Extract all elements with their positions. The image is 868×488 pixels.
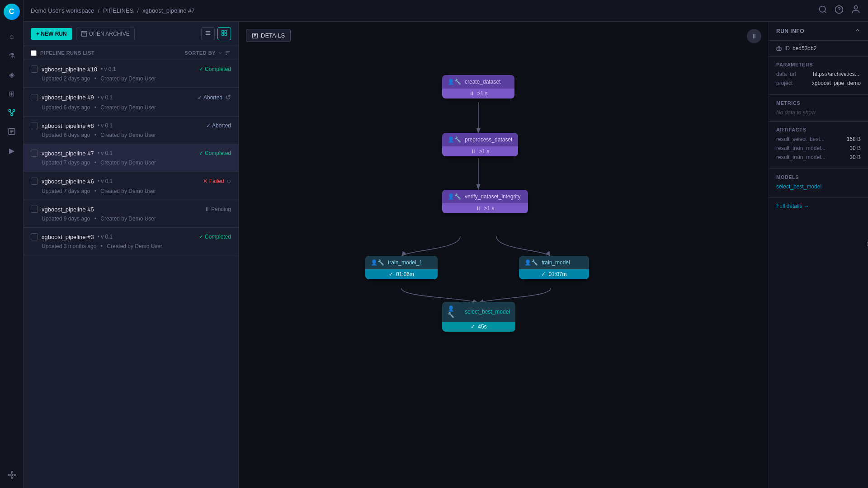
run-meta: Updated 9 days ago • Created by Demo Use… (31, 216, 231, 222)
run-item[interactable]: xgboost_pipeline #9 • v 0.1 ✓ Aborted ↺ … (24, 88, 238, 117)
parameters-section: PARAMETERS data_url https://archive.ics.… (769, 56, 868, 95)
run-version: • v 0.1 (98, 150, 113, 156)
sidebar-item-pipelines[interactable] (4, 104, 20, 121)
run-info-header: RUN INFO (769, 22, 868, 41)
run-meta: Updated 6 days ago • Created by Demo Use… (31, 132, 231, 138)
help-icon[interactable] (835, 5, 844, 16)
sidebar-item-deploy[interactable]: ▶ (4, 142, 20, 159)
run-status: ⏸ Pending (204, 206, 231, 212)
node-bar: ⏸ >1 s (442, 89, 514, 99)
sidebar-item-models[interactable]: ◈ (4, 66, 20, 83)
user-avatar[interactable] (851, 5, 861, 17)
run-item-selected[interactable]: xgboost_pipeline #7 • v 0.1 ✓ Completed … (24, 144, 238, 172)
artifact-row: result_train_model... 30 B (776, 154, 861, 160)
run-item[interactable]: xgboost_pipeline #8 • v 0.1 ✓ Aborted Up… (24, 117, 238, 144)
run-checkbox[interactable] (31, 206, 38, 213)
sidebar-item-experiments[interactable]: ⚗ (4, 47, 20, 64)
run-name: xgboost_pipeline #5 (42, 206, 94, 213)
svg-rect-23 (81, 31, 87, 33)
run-status: ✓ Aborted (198, 94, 222, 101)
pause-button[interactable]: ⏸ (747, 29, 761, 43)
list-view-button[interactable] (201, 27, 215, 40)
node-header: 👤🔧 select_best_model (442, 302, 515, 322)
breadcrumb: Demo User's workspace / PIPELINES / xgbo… (31, 7, 195, 14)
svg-point-18 (820, 6, 826, 12)
tab-details[interactable]: DETAILS (246, 29, 291, 42)
node-header: 👤🔧 train_model_1 (365, 256, 438, 269)
sidebar-nav: C ⌂ ⚗ ◈ ⊞ ▶ (0, 0, 24, 488)
artifact-key: result_train_model... (776, 145, 826, 151)
node-bar: ✓ 01:06m (365, 269, 438, 279)
run-action-icon[interactable]: ↺ (225, 93, 231, 102)
node-preprocess-dataset[interactable]: 👤🔧 preprocess_dataset ⏸ >1 s (442, 133, 518, 156)
new-run-button[interactable]: + NEW RUN (31, 28, 72, 40)
node-train-model-1[interactable]: 👤🔧 train_model_1 ✓ 01:06m (365, 256, 438, 279)
node-verify-dataset[interactable]: 👤🔧 verify_dataset_integrity ⏸ >1 s (442, 190, 528, 213)
svg-point-10 (8, 474, 9, 476)
svg-point-13 (11, 477, 12, 479)
node-label: verify_dataset_integrity (465, 193, 520, 200)
breadcrumb-pipelines[interactable]: PIPELINES (103, 7, 133, 14)
model-item[interactable]: select_best_model (776, 183, 861, 190)
node-duration: 01:06m (396, 271, 414, 277)
run-action-icon[interactable]: ○ (226, 177, 231, 185)
collapse-icon[interactable] (854, 27, 861, 35)
node-header: 👤🔧 verify_dataset_integrity (442, 190, 528, 203)
svg-point-1 (13, 109, 15, 112)
node-create-dataset[interactable]: 👤🔧 create_dataset ⏸ >1 s (442, 75, 514, 99)
run-item[interactable]: xgboost_pipeline #6 • v 0.1 ✕ Failed ○ U… (24, 172, 238, 200)
run-status: ✕ Failed (203, 178, 224, 184)
param-key: project (776, 80, 793, 86)
run-checkbox[interactable] (31, 233, 38, 240)
graph-toolbar: DETAILS (246, 29, 291, 42)
search-icon[interactable] (818, 5, 827, 16)
param-value: https://archive.ics.... (813, 71, 861, 77)
artifact-value: 30 B (849, 145, 861, 151)
artifact-value: 30 B (849, 154, 861, 160)
full-details-link[interactable]: Full details → (769, 197, 868, 215)
run-id-row: ID bed53db2 (769, 41, 868, 56)
breadcrumb-sep1: / (98, 7, 99, 14)
run-checkbox[interactable] (31, 178, 38, 185)
node-label: train_model (542, 259, 570, 266)
run-checkbox[interactable] (31, 94, 38, 101)
svg-point-9 (10, 474, 13, 476)
sort-by[interactable]: SORTED BY (184, 50, 231, 56)
sidebar-item-reports[interactable] (4, 123, 20, 140)
run-checkbox[interactable] (31, 122, 38, 129)
run-checkbox[interactable] (31, 66, 38, 73)
node-label: select_best_model (465, 309, 510, 315)
run-meta: Updated 2 days ago • Created by Demo Use… (31, 75, 231, 82)
run-name: xgboost_pipeline #10 (42, 66, 97, 73)
grid-view-button[interactable] (217, 27, 231, 40)
svg-line-19 (825, 11, 826, 13)
run-status: ✓ Aborted (206, 122, 231, 129)
metrics-no-data: No data to show (776, 109, 861, 116)
node-select-best-model[interactable]: 👤🔧 select_best_model ✓ 45s (442, 302, 515, 332)
node-bar: ✓ 01:07m (519, 269, 589, 279)
node-bar: ⏸ >1 s (442, 146, 518, 156)
node-label: create_dataset (465, 79, 500, 85)
tab-details-label: DETAILS (261, 32, 285, 39)
runs-list-header: PIPELINE RUNS LIST SORTED BY (24, 46, 238, 60)
svg-rect-29 (225, 31, 226, 33)
run-checkbox[interactable] (31, 150, 38, 157)
run-item[interactable]: xgboost_pipeline #5 ⏸ Pending Updated 9 … (24, 200, 238, 228)
sidebar-item-integrations[interactable] (4, 467, 20, 483)
node-duration: >1 s (477, 90, 487, 97)
runs-panel: + NEW RUN OPEN ARCHIVE (24, 22, 239, 488)
run-item[interactable]: xgboost_pipeline #10 • v 0.1 ✓ Completed… (24, 60, 238, 88)
artifacts-title: ARTIFACTS (776, 127, 861, 132)
run-meta: Updated 6 days ago • Created by Demo Use… (31, 104, 231, 111)
sidebar-item-datasets[interactable]: ⊞ (4, 85, 20, 102)
breadcrumb-sep2: / (137, 7, 139, 14)
run-info-panel: RUN INFO ID bed53db2 PARAMETERS data_u (769, 22, 868, 488)
run-version: • v 0.1 (98, 122, 113, 129)
svg-rect-28 (222, 31, 224, 33)
select-all-checkbox[interactable] (31, 50, 37, 56)
node-train-model[interactable]: 👤🔧 train_model ✓ 01:07m (519, 256, 589, 279)
sidebar-item-home[interactable]: ⌂ (4, 28, 20, 45)
run-item[interactable]: xgboost_pipeline #3 • v 0.1 ✓ Completed … (24, 228, 238, 255)
run-version: • v 0.1 (98, 94, 113, 101)
open-archive-button[interactable]: OPEN ARCHIVE (76, 28, 135, 40)
